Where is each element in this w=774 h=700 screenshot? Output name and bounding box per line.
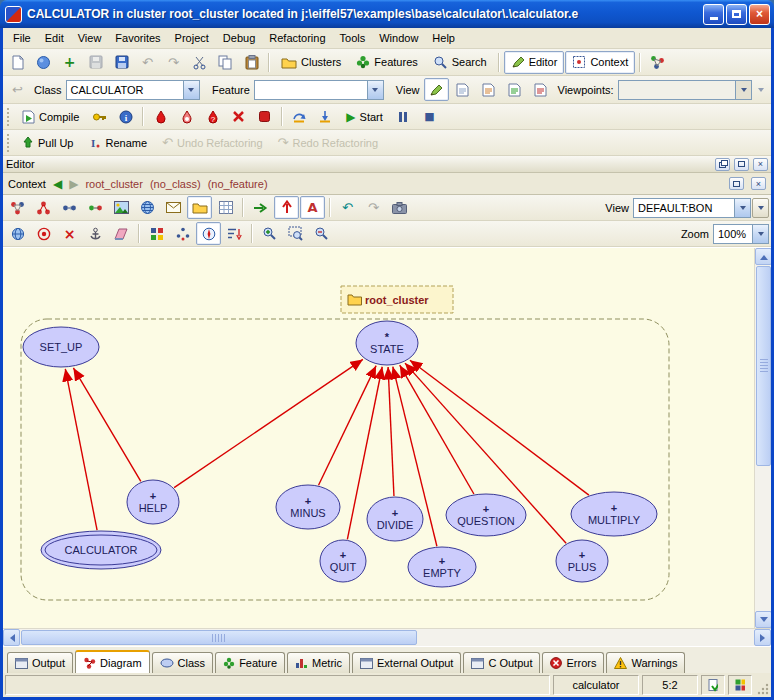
diagram-canvas[interactable]: root_clusterSET_UP*STATE+HELPCALCULATOR+… (3, 248, 754, 628)
context-toggle-button[interactable]: Context (565, 51, 635, 74)
scroll-right-button[interactable] (754, 629, 771, 646)
new-document-button[interactable] (5, 51, 30, 74)
scroll-left-button[interactable] (3, 629, 20, 646)
cut-button[interactable] (187, 51, 212, 74)
panel-float-button[interactable] (715, 158, 730, 171)
new-client-link-button[interactable] (248, 196, 273, 219)
menu-tools[interactable]: Tools (333, 29, 373, 47)
breakpoint-info-button[interactable]: ? (200, 105, 225, 128)
eraser-button[interactable] (109, 222, 134, 245)
layout-grid-button[interactable] (144, 222, 169, 245)
remove-breakpoints-button[interactable] (226, 105, 251, 128)
tab-metric[interactable]: Metric (287, 652, 350, 673)
class-node-calculator[interactable]: CALCULATOR (41, 531, 161, 569)
step-over-button[interactable] (287, 105, 312, 128)
paste-button[interactable] (239, 51, 264, 74)
diagram-tool-button[interactable] (645, 51, 670, 74)
inheritance-links-button[interactable] (31, 196, 56, 219)
stop-points-button[interactable] (252, 105, 277, 128)
pause-button[interactable] (391, 105, 416, 128)
minimize-button[interactable] (703, 4, 724, 25)
search-button[interactable]: Search (426, 51, 494, 74)
cluster-view-toggle-button[interactable] (187, 196, 212, 219)
save-all-button[interactable] (109, 51, 134, 74)
view-editor-button[interactable] (424, 78, 449, 101)
feature-combobox[interactable] (254, 80, 384, 100)
context-close-button[interactable]: × (751, 177, 766, 190)
inheritance-link-divide-to-state[interactable] (388, 367, 394, 496)
zoom-in-button[interactable] (257, 222, 282, 245)
grid-view-button[interactable] (213, 196, 238, 219)
diagram-redo-button[interactable]: ↷ (361, 196, 386, 219)
class-links-button[interactable] (5, 196, 30, 219)
copy-button[interactable] (213, 51, 238, 74)
zoom-combobox[interactable]: 100% (713, 224, 769, 244)
horizontal-scrollbar[interactable] (3, 628, 771, 646)
title-bar[interactable]: CALCULATOR in cluster root_cluster locat… (0, 0, 774, 28)
class-node-minus[interactable]: +MINUS (276, 485, 340, 529)
class-node-quit[interactable]: +QUIT (320, 540, 366, 582)
tab-warnings[interactable]: Warnings (606, 652, 685, 673)
class-combobox-dropdown[interactable] (183, 81, 199, 99)
context-class[interactable]: (no_class) (150, 178, 201, 190)
panel-close-button[interactable]: × (753, 158, 768, 171)
tab-output[interactable]: Output (7, 652, 73, 673)
view-menu-button[interactable] (752, 198, 769, 218)
diagram-undo-button[interactable]: ↶ (335, 196, 360, 219)
zoom-out-button[interactable] (309, 222, 334, 245)
zoom-fit-button[interactable] (283, 222, 308, 245)
class-node-set_up[interactable]: SET_UP (23, 327, 99, 367)
editor-toggle-button[interactable]: Editor (504, 51, 565, 74)
zoom-combobox-dropdown[interactable] (752, 225, 768, 243)
tab-class[interactable]: Class (152, 652, 214, 673)
new-inheritance-link-button[interactable] (274, 196, 299, 219)
feature-combobox-dropdown[interactable] (367, 81, 383, 99)
rename-button[interactable]: I Rename (81, 131, 154, 154)
context-forward-button[interactable]: ▶ (69, 178, 78, 190)
view-clickable-button[interactable] (450, 78, 475, 101)
web-export-button[interactable] (135, 196, 160, 219)
anchor-button[interactable] (83, 222, 108, 245)
inheritance-link-question-to-state[interactable] (400, 365, 474, 494)
force-layout-toggle-button[interactable] (196, 222, 221, 245)
menu-favorites[interactable]: Favorites (108, 29, 167, 47)
scroll-up-button[interactable] (755, 248, 771, 265)
open-project-button[interactable] (31, 51, 56, 74)
enable-breakpoints-button[interactable] (148, 105, 173, 128)
menu-refactoring[interactable]: Refactoring (262, 29, 332, 47)
class-node-empty[interactable]: +EMPTY (408, 547, 476, 587)
class-combobox[interactable]: CALCULATOR (66, 80, 200, 100)
redo-refactoring-button[interactable]: ↷ Redo Refactoring (271, 131, 386, 154)
resize-grip[interactable] (755, 675, 769, 695)
menu-debug[interactable]: Debug (216, 29, 262, 47)
toolbar-overflow-button[interactable] (753, 78, 769, 101)
sort-button[interactable] (222, 222, 247, 245)
tab-errors[interactable]: Errors (542, 652, 604, 673)
vertical-scroll-thumb[interactable] (756, 266, 771, 466)
maximize-button[interactable] (726, 4, 747, 25)
export-image-button[interactable] (109, 196, 134, 219)
save-button[interactable] (83, 51, 108, 74)
layout-circle-button[interactable] (170, 222, 195, 245)
panel-maximize-button[interactable] (734, 158, 749, 171)
aggregate-links-button[interactable] (83, 196, 108, 219)
viewpoints-combobox[interactable] (618, 80, 752, 100)
menu-file[interactable]: File (6, 29, 38, 47)
disable-breakpoints-button[interactable] (174, 105, 199, 128)
class-node-plus[interactable]: +PLUS (556, 540, 608, 582)
stop-button[interactable]: ■ (417, 105, 442, 128)
tab-feature[interactable]: Feature (215, 652, 285, 673)
menu-edit[interactable]: Edit (38, 29, 71, 47)
redo-button[interactable]: ↷ (161, 51, 186, 74)
add-item-button[interactable]: + (57, 51, 82, 74)
diagram-view-combobox[interactable]: DEFAULT:BON (633, 198, 751, 218)
run-button[interactable]: ▶ Start (339, 105, 389, 128)
horizontal-scroll-thumb[interactable] (21, 630, 417, 645)
class-node-help[interactable]: +HELP (127, 480, 179, 524)
bon-diagram[interactable]: root_clusterSET_UP*STATE+HELPCALCULATOR+… (3, 248, 754, 628)
view-contract-button[interactable] (502, 78, 527, 101)
class-node-state[interactable]: *STATE (356, 321, 418, 365)
inheritance-link-help-to-state[interactable] (174, 359, 363, 487)
toolbar-grip[interactable] (7, 134, 10, 152)
vertical-scrollbar[interactable] (754, 248, 771, 628)
